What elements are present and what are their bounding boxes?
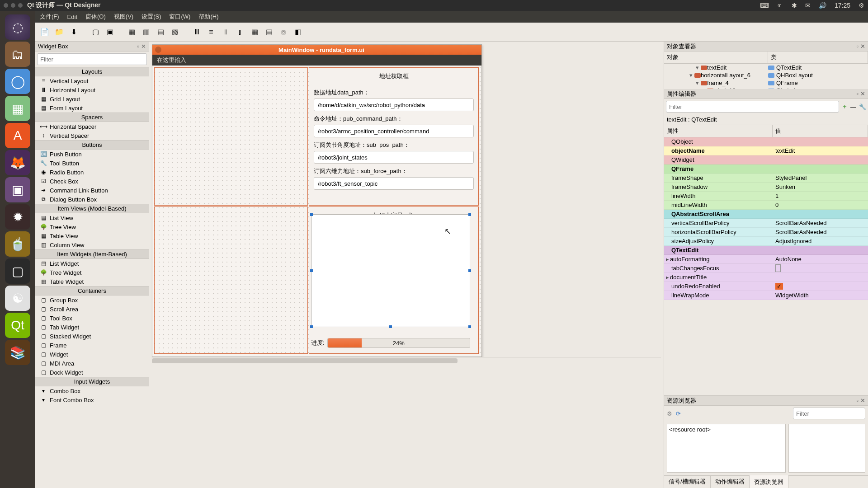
property-row[interactable]: QTextEdit xyxy=(664,246,868,255)
design-close-icon[interactable] xyxy=(155,47,161,53)
launcher-tea[interactable]: 🍵 xyxy=(5,231,30,257)
menu-settings[interactable]: 设置(S) xyxy=(142,13,161,21)
property-row[interactable]: verticalScrollBarPolicyScrollBarAsNeeded xyxy=(664,219,868,228)
win-max-icon[interactable] xyxy=(18,3,23,8)
item-mdiarea[interactable]: ▢MDI Area xyxy=(35,359,149,368)
wifi-icon[interactable]: ᯤ xyxy=(777,2,783,9)
design-canvas[interactable]: MainWindow - rundata_form.ui 在这里输入 地址获取框… xyxy=(149,42,664,488)
design-window[interactable]: MainWindow - rundata_form.ui 在这里输入 地址获取框… xyxy=(152,44,482,357)
send-back-icon[interactable]: ▣ xyxy=(104,26,116,38)
propedit-filter-input[interactable] xyxy=(666,101,839,113)
launcher-misc2[interactable]: ☯ xyxy=(5,286,30,311)
item-vertical-layout[interactable]: ≡Vertical Layout xyxy=(35,76,149,85)
cat-itemwidgets[interactable]: Item Widgets (Item-Based) xyxy=(35,249,149,259)
item-groupbox[interactable]: ▢Group Box xyxy=(35,296,149,305)
item-tableview[interactable]: ▦Table View xyxy=(35,231,149,240)
item-vspacer[interactable]: ↕Vertical Spacer xyxy=(35,131,149,140)
wrench-icon[interactable]: 🔧 xyxy=(859,103,866,110)
open-icon[interactable]: 📁 xyxy=(53,26,65,38)
resource-tree[interactable]: <resource root> xyxy=(667,424,786,473)
close-icon[interactable]: ✕ xyxy=(141,43,146,50)
launcher-dash[interactable]: ◌ xyxy=(5,14,30,40)
property-rows[interactable]: QObjectobjectNametextEditQWidgetQFramefr… xyxy=(664,137,868,395)
property-row[interactable]: undoRedoEnabled✓ xyxy=(664,282,868,291)
tab-resource[interactable]: 资源浏览器 xyxy=(750,475,788,488)
edit-resources-icon[interactable]: ⚙ xyxy=(667,410,672,417)
edit-widgets-icon[interactable]: ▦ xyxy=(126,26,137,38)
property-row[interactable]: frameShadowSunken xyxy=(664,183,868,192)
resize-handle-se[interactable] xyxy=(468,325,471,328)
item-grid-layout[interactable]: ▦Grid Layout xyxy=(35,94,149,103)
item-form-layout[interactable]: ▤Form Layout xyxy=(35,103,149,113)
layout-hsplit-icon[interactable]: ⫴ xyxy=(220,26,231,38)
property-row[interactable]: ▸autoFormattingAutoNone xyxy=(664,255,868,264)
item-hspacer[interactable]: ⟷Horizontal Spacer xyxy=(35,122,149,131)
resource-root[interactable]: <resource root> xyxy=(669,426,711,433)
item-combobox[interactable]: ▾Combo Box xyxy=(35,386,149,395)
design-menubar[interactable]: 在这里输入 xyxy=(152,55,481,66)
win-close-icon[interactable] xyxy=(4,3,8,8)
cat-inputwidgets[interactable]: Input Widgets xyxy=(35,377,149,386)
item-stackedwidget[interactable]: ▢Stacked Widget xyxy=(35,332,149,341)
col-property[interactable]: 属性 xyxy=(664,125,773,137)
menu-view[interactable]: 视图(V) xyxy=(114,13,133,21)
property-row[interactable]: sizeAdjustPolicyAdjustIgnored xyxy=(664,237,868,246)
menu-file[interactable]: 文件(F) xyxy=(40,13,59,21)
field-datapath[interactable] xyxy=(314,99,474,111)
field-subpos[interactable] xyxy=(314,151,474,164)
save-icon[interactable]: ⬇ xyxy=(68,26,80,38)
layout-grid-icon[interactable]: ▦ xyxy=(249,26,260,38)
edit-signals-icon[interactable]: ▥ xyxy=(140,26,152,38)
col-value[interactable]: 值 xyxy=(773,125,868,137)
break-layout-icon[interactable]: ⧈ xyxy=(278,26,289,38)
keyboard-icon[interactable]: ⌨ xyxy=(760,2,769,9)
close-icon[interactable]: ✕ xyxy=(860,43,865,50)
launcher-qtcreator[interactable]: Qt xyxy=(5,313,30,338)
col-object[interactable]: 对象 xyxy=(664,52,768,63)
design-titlebar[interactable]: MainWindow - rundata_form.ui xyxy=(152,45,481,55)
design-menu-placeholder[interactable]: 在这里输入 xyxy=(157,56,186,64)
widgetbox-filter-input[interactable] xyxy=(37,53,147,65)
win-min-icon[interactable] xyxy=(11,3,15,8)
remove-prop-icon[interactable]: — xyxy=(850,103,856,110)
launcher-files[interactable]: 🗂 xyxy=(5,42,30,67)
float-icon[interactable]: ▫ xyxy=(856,43,859,50)
clock[interactable]: 17:25 xyxy=(835,2,850,9)
float-icon[interactable]: ▫ xyxy=(137,43,139,50)
item-radiobutton[interactable]: ◉Radio Button xyxy=(35,168,149,177)
progress-bar[interactable]: 24% xyxy=(327,338,470,348)
layout-v-icon[interactable]: ≡ xyxy=(205,26,217,38)
cat-itemviews[interactable]: Item Views (Model-Based) xyxy=(35,204,149,213)
inspector-row[interactable]: ▾ textEditQTextEdit xyxy=(664,64,868,71)
launcher-misc3[interactable]: 📚 xyxy=(5,340,30,365)
field-subforce[interactable] xyxy=(314,177,474,190)
new-icon[interactable]: 📄 xyxy=(39,26,51,38)
reload-icon[interactable]: ⟳ xyxy=(676,410,681,417)
menu-window[interactable]: 窗口(W) xyxy=(169,13,190,21)
item-tablewidget[interactable]: ▦Table Widget xyxy=(35,277,149,286)
close-icon[interactable]: ✕ xyxy=(860,90,865,97)
item-dialogbuttonbox[interactable]: ⧉Dialog Button Box xyxy=(35,195,149,204)
bring-front-icon[interactable]: ▢ xyxy=(90,26,101,38)
add-prop-icon[interactable]: ＋ xyxy=(842,103,848,111)
property-row[interactable]: QObject xyxy=(664,137,868,146)
launcher-software[interactable]: A xyxy=(5,123,30,148)
property-row[interactable]: frameShapeStyledPanel xyxy=(664,174,868,183)
item-listview[interactable]: ▤List View xyxy=(35,213,149,222)
item-columnview[interactable]: ▥Column View xyxy=(35,240,149,249)
item-commandlink[interactable]: ➜Command Link Button xyxy=(35,186,149,195)
close-icon[interactable]: ✕ xyxy=(860,397,865,404)
layout-cell-bottomleft[interactable] xyxy=(154,206,308,354)
layout-cell-topleft[interactable] xyxy=(154,67,308,206)
edit-taborder-icon[interactable]: ▧ xyxy=(169,26,181,38)
property-row[interactable]: QFrame xyxy=(664,164,868,174)
resize-handle-e[interactable] xyxy=(468,269,471,272)
item-listwidget[interactable]: ▤List Widget xyxy=(35,259,149,268)
property-row[interactable]: QAbstractScrollArea xyxy=(664,210,868,219)
menu-edit[interactable]: Edit xyxy=(67,14,77,20)
col-class[interactable]: 类 xyxy=(768,52,868,63)
resize-handle-nw[interactable] xyxy=(310,213,313,216)
item-scrollarea[interactable]: ▢Scroll Area xyxy=(35,305,149,314)
item-treewidget[interactable]: 🌳Tree Widget xyxy=(35,268,149,277)
property-row[interactable]: QWidget xyxy=(664,155,868,164)
